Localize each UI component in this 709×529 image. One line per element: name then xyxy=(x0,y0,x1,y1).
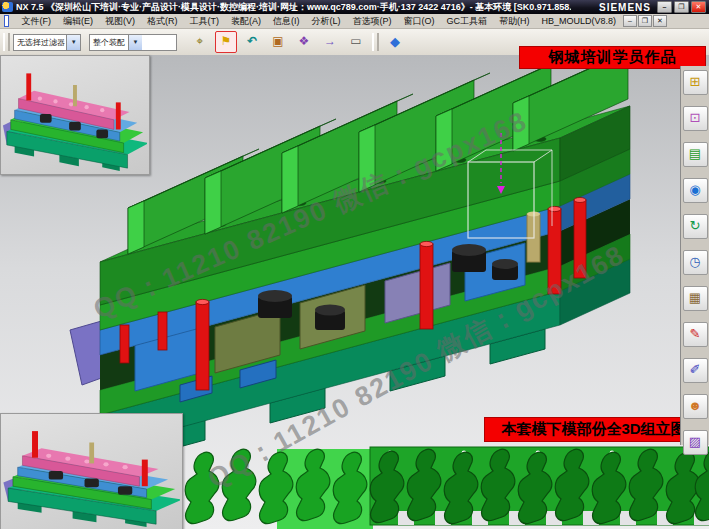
menu-file[interactable]: 文件(F) xyxy=(15,15,57,28)
maximize-button[interactable]: ❐ xyxy=(674,1,689,13)
chevron-down-icon[interactable]: ▼ xyxy=(66,35,80,50)
scenes-icon[interactable]: ▨ xyxy=(683,430,708,455)
child-restore-button[interactable]: ❐ xyxy=(638,15,652,27)
orient-view-icon[interactable]: ▣ xyxy=(267,31,289,53)
toolbar-grip[interactable] xyxy=(372,33,379,51)
toolbar-grip[interactable] xyxy=(3,33,10,51)
menu-tools[interactable]: 工具(T) xyxy=(183,15,225,28)
child-close-button[interactable]: ✕ xyxy=(653,15,667,27)
assembly-navigator-icon[interactable]: ⊞ xyxy=(683,70,708,95)
shaded-view-icon[interactable]: ◆ xyxy=(384,31,406,53)
menu-help[interactable]: 帮助(H) xyxy=(493,15,536,28)
menu-assemblies[interactable]: 装配(A) xyxy=(225,15,267,28)
history-icon[interactable]: ◷ xyxy=(683,250,708,275)
graphics-viewport[interactable]: QQ：11210 82190 微信：gcpx168 QQ：11210 82190… xyxy=(0,55,709,529)
menu-analysis[interactable]: 分析(L) xyxy=(305,15,346,28)
strip-layout-graphic xyxy=(180,445,709,529)
menu-bar: 文件(F) 编辑(E) 视图(V) 格式(R) 工具(T) 装配(A) 信息(I… xyxy=(0,14,709,29)
selection-filter-icon[interactable]: ⚑ xyxy=(215,31,237,53)
menu-hb-mould[interactable]: HB_MOULD(V8.8) xyxy=(535,16,622,26)
menu-format[interactable]: 格式(R) xyxy=(141,15,184,28)
child-window-controls: – ❐ ✕ xyxy=(622,15,667,27)
refresh-icon[interactable]: ❖ xyxy=(293,31,315,53)
internet-explorer-icon[interactable]: ◉ xyxy=(683,178,708,203)
roles-icon[interactable]: ☻ xyxy=(683,394,708,419)
reuse-library-icon[interactable]: ↻ xyxy=(683,214,708,239)
constraint-navigator-icon[interactable]: ⊡ xyxy=(683,106,708,131)
visual-report-icon[interactable]: ✐ xyxy=(683,358,708,383)
selection-filter-value: 无选择过滤器 xyxy=(14,37,66,48)
snap-point-icon[interactable]: ⌖ xyxy=(189,31,211,53)
child-minimize-button[interactable]: – xyxy=(623,15,637,27)
promo-banner-bottom: 本套模下模部份全3D组立图 xyxy=(484,417,703,442)
siemens-logo: SIEMENS xyxy=(599,2,651,13)
close-button[interactable]: ✕ xyxy=(691,1,706,13)
title-bar: NX 7.5 《深圳松山下培训·专业·产品设计·模具设计·数控编程·培训·网址：… xyxy=(0,0,709,14)
nx-application-window: NX 7.5 《深圳松山下培训·专业·产品设计·模具设计·数控编程·培训·网址：… xyxy=(0,0,709,529)
document-icon xyxy=(4,15,9,27)
marquee-select-icon[interactable]: ▭ xyxy=(345,31,367,53)
nx-logo-icon xyxy=(2,2,13,12)
undo-icon[interactable]: ↶ xyxy=(241,31,263,53)
selection-filter-dropdown[interactable]: 无选择过滤器 ▼ xyxy=(13,34,81,51)
window-title: NX 7.5 《深圳松山下培训·专业·产品设计·模具设计·数控编程·培训·网址：… xyxy=(16,1,571,14)
menu-edit[interactable]: 编辑(E) xyxy=(57,15,99,28)
chevron-down-icon[interactable]: ▼ xyxy=(128,35,142,50)
menu-view[interactable]: 视图(V) xyxy=(99,15,141,28)
promo-banner-top: 钢城培训学员作品 xyxy=(519,46,706,69)
selection-scope-dropdown[interactable]: 整个装配 ▼ xyxy=(89,34,177,51)
selection-scope-value: 整个装配 xyxy=(90,37,128,48)
resource-bar: ⊞ ⊡ ▤ ◉ ↻ ◷ ▦ ✎ ✐ ☻ ▨ xyxy=(680,66,709,445)
palette-icon[interactable]: ▦ xyxy=(683,286,708,311)
minimize-button[interactable]: – xyxy=(657,1,672,13)
menu-preferences[interactable]: 首选项(P) xyxy=(346,15,397,28)
part-navigator-icon[interactable]: ▤ xyxy=(683,142,708,167)
thumbnail-image-top-left xyxy=(0,55,150,175)
menu-window[interactable]: 窗口(O) xyxy=(397,15,440,28)
materials-icon[interactable]: ✎ xyxy=(683,322,708,347)
menu-information[interactable]: 信息(I) xyxy=(267,15,306,28)
menu-gc-toolbox[interactable]: GC工具箱 xyxy=(440,15,493,28)
pan-icon[interactable]: → xyxy=(319,31,341,53)
thumbnail-image-bottom-left xyxy=(0,413,183,529)
